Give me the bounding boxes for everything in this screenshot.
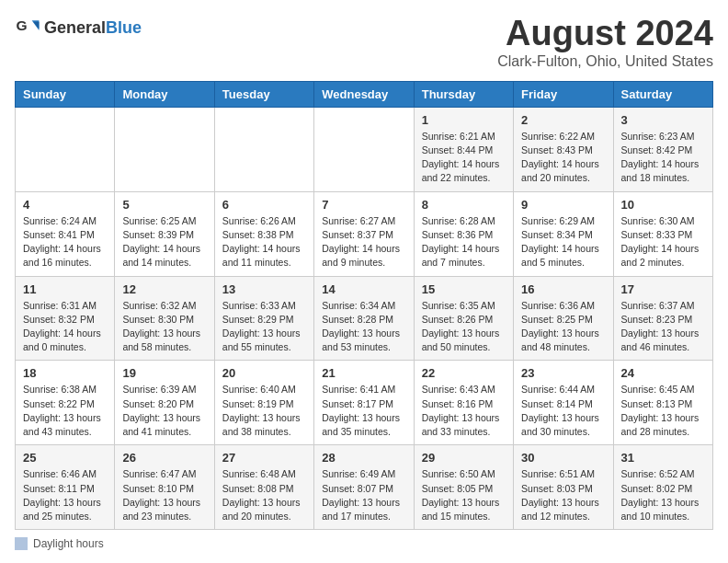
week-row-3: 11Sunrise: 6:31 AM Sunset: 8:32 PM Dayli…: [16, 276, 713, 361]
day-number: 28: [322, 451, 405, 465]
weekday-header-row: SundayMondayTuesdayWednesdayThursdayFrid…: [16, 81, 713, 107]
day-info: Sunrise: 6:30 AM Sunset: 8:33 PM Dayligh…: [621, 214, 705, 270]
day-info: Sunrise: 6:26 AM Sunset: 8:38 PM Dayligh…: [222, 214, 306, 270]
day-info: Sunrise: 6:25 AM Sunset: 8:39 PM Dayligh…: [122, 214, 206, 270]
title-area: August 2024 Clark-Fulton, Ohio, United S…: [497, 15, 713, 70]
day-info: Sunrise: 6:51 AM Sunset: 8:03 PM Dayligh…: [521, 467, 605, 523]
weekday-header-thursday: Thursday: [414, 81, 513, 107]
calendar-cell: 16Sunrise: 6:36 AM Sunset: 8:25 PM Dayli…: [514, 276, 613, 361]
weekday-header-saturday: Saturday: [613, 81, 712, 107]
day-info: Sunrise: 6:40 AM Sunset: 8:19 PM Dayligh…: [222, 383, 306, 439]
calendar-cell: 6Sunrise: 6:26 AM Sunset: 8:38 PM Daylig…: [214, 191, 313, 276]
day-info: Sunrise: 6:32 AM Sunset: 8:30 PM Dayligh…: [122, 299, 206, 355]
calendar-table: SundayMondayTuesdayWednesdayThursdayFrid…: [15, 81, 713, 530]
day-info: Sunrise: 6:45 AM Sunset: 8:13 PM Dayligh…: [621, 383, 705, 439]
calendar-cell: 10Sunrise: 6:30 AM Sunset: 8:33 PM Dayli…: [613, 191, 712, 276]
day-info: Sunrise: 6:39 AM Sunset: 8:20 PM Dayligh…: [122, 383, 206, 439]
calendar-cell: 23Sunrise: 6:44 AM Sunset: 8:14 PM Dayli…: [514, 361, 613, 445]
calendar-cell: 30Sunrise: 6:51 AM Sunset: 8:03 PM Dayli…: [514, 445, 613, 530]
calendar-cell: 11Sunrise: 6:31 AM Sunset: 8:32 PM Dayli…: [16, 276, 115, 361]
calendar-cell: 18Sunrise: 6:38 AM Sunset: 8:22 PM Dayli…: [16, 361, 115, 445]
calendar-cell: 17Sunrise: 6:37 AM Sunset: 8:23 PM Dayli…: [613, 276, 712, 361]
day-info: Sunrise: 6:34 AM Sunset: 8:28 PM Dayligh…: [322, 299, 405, 355]
day-info: Sunrise: 6:35 AM Sunset: 8:26 PM Dayligh…: [422, 299, 506, 355]
weekday-header-sunday: Sunday: [16, 81, 115, 107]
footer: Daylight hours: [15, 537, 713, 550]
day-number: 19: [122, 366, 206, 380]
day-number: 21: [322, 366, 405, 380]
day-number: 24: [621, 366, 705, 380]
day-number: 2: [521, 113, 605, 127]
day-number: 13: [222, 282, 306, 296]
weekday-header-wednesday: Wednesday: [314, 81, 414, 107]
day-number: 5: [122, 198, 206, 212]
svg-text:G: G: [17, 17, 28, 33]
calendar-cell: 21Sunrise: 6:41 AM Sunset: 8:17 PM Dayli…: [314, 361, 414, 445]
calendar-cell: 31Sunrise: 6:52 AM Sunset: 8:02 PM Dayli…: [613, 445, 712, 530]
calendar-cell: 24Sunrise: 6:45 AM Sunset: 8:13 PM Dayli…: [613, 361, 712, 445]
header: G GeneralBlue August 2024 Clark-Fulton, …: [15, 15, 713, 70]
day-number: 4: [23, 198, 107, 212]
calendar-cell: 7Sunrise: 6:27 AM Sunset: 8:37 PM Daylig…: [314, 191, 414, 276]
week-row-1: 1Sunrise: 6:21 AM Sunset: 8:44 PM Daylig…: [16, 107, 713, 191]
day-info: Sunrise: 6:43 AM Sunset: 8:16 PM Dayligh…: [422, 383, 506, 439]
day-info: Sunrise: 6:46 AM Sunset: 8:11 PM Dayligh…: [23, 467, 107, 523]
day-info: Sunrise: 6:28 AM Sunset: 8:36 PM Dayligh…: [422, 214, 506, 270]
day-number: 12: [122, 282, 206, 296]
calendar-cell: 22Sunrise: 6:43 AM Sunset: 8:16 PM Dayli…: [414, 361, 513, 445]
calendar-cell: 27Sunrise: 6:48 AM Sunset: 8:08 PM Dayli…: [214, 445, 313, 530]
logo-general-text: General: [44, 18, 106, 37]
day-info: Sunrise: 6:52 AM Sunset: 8:02 PM Dayligh…: [621, 467, 705, 523]
day-number: 26: [122, 451, 206, 465]
day-info: Sunrise: 6:22 AM Sunset: 8:43 PM Dayligh…: [521, 130, 605, 186]
calendar-cell: [115, 107, 214, 191]
calendar-cell: 4Sunrise: 6:24 AM Sunset: 8:41 PM Daylig…: [16, 191, 115, 276]
day-info: Sunrise: 6:37 AM Sunset: 8:23 PM Dayligh…: [621, 299, 705, 355]
calendar-cell: 13Sunrise: 6:33 AM Sunset: 8:29 PM Dayli…: [214, 276, 313, 361]
day-info: Sunrise: 6:50 AM Sunset: 8:05 PM Dayligh…: [422, 467, 506, 523]
logo-icon: G: [15, 15, 40, 40]
calendar-cell: 5Sunrise: 6:25 AM Sunset: 8:39 PM Daylig…: [115, 191, 214, 276]
day-info: Sunrise: 6:48 AM Sunset: 8:08 PM Dayligh…: [222, 467, 306, 523]
day-info: Sunrise: 6:41 AM Sunset: 8:17 PM Dayligh…: [322, 383, 405, 439]
day-number: 6: [222, 198, 306, 212]
calendar-cell: 2Sunrise: 6:22 AM Sunset: 8:43 PM Daylig…: [514, 107, 613, 191]
day-info: Sunrise: 6:33 AM Sunset: 8:29 PM Dayligh…: [222, 299, 306, 355]
day-number: 15: [422, 282, 506, 296]
weekday-header-tuesday: Tuesday: [214, 81, 313, 107]
calendar-cell: [214, 107, 313, 191]
weekday-header-friday: Friday: [514, 81, 613, 107]
day-info: Sunrise: 6:47 AM Sunset: 8:10 PM Dayligh…: [122, 467, 206, 523]
day-number: 20: [222, 366, 306, 380]
daylight-label: Daylight hours: [33, 537, 104, 550]
calendar-cell: 19Sunrise: 6:39 AM Sunset: 8:20 PM Dayli…: [115, 361, 214, 445]
day-number: 31: [621, 451, 705, 465]
weekday-header-monday: Monday: [115, 81, 214, 107]
calendar-cell: 25Sunrise: 6:46 AM Sunset: 8:11 PM Dayli…: [16, 445, 115, 530]
day-number: 25: [23, 451, 107, 465]
day-number: 29: [422, 451, 506, 465]
day-info: Sunrise: 6:38 AM Sunset: 8:22 PM Dayligh…: [23, 383, 107, 439]
logo: G GeneralBlue: [15, 15, 142, 40]
calendar-cell: 29Sunrise: 6:50 AM Sunset: 8:05 PM Dayli…: [414, 445, 513, 530]
day-info: Sunrise: 6:27 AM Sunset: 8:37 PM Dayligh…: [322, 214, 405, 270]
day-number: 14: [322, 282, 405, 296]
calendar-cell: 12Sunrise: 6:32 AM Sunset: 8:30 PM Dayli…: [115, 276, 214, 361]
day-info: Sunrise: 6:44 AM Sunset: 8:14 PM Dayligh…: [521, 383, 605, 439]
day-number: 7: [322, 198, 405, 212]
logo-blue-text: Blue: [106, 18, 142, 37]
day-number: 17: [621, 282, 705, 296]
day-info: Sunrise: 6:29 AM Sunset: 8:34 PM Dayligh…: [521, 214, 605, 270]
calendar-cell: 26Sunrise: 6:47 AM Sunset: 8:10 PM Dayli…: [115, 445, 214, 530]
day-number: 27: [222, 451, 306, 465]
calendar-cell: 8Sunrise: 6:28 AM Sunset: 8:36 PM Daylig…: [414, 191, 513, 276]
week-row-4: 18Sunrise: 6:38 AM Sunset: 8:22 PM Dayli…: [16, 361, 713, 445]
week-row-5: 25Sunrise: 6:46 AM Sunset: 8:11 PM Dayli…: [16, 445, 713, 530]
calendar-cell: 9Sunrise: 6:29 AM Sunset: 8:34 PM Daylig…: [514, 191, 613, 276]
day-number: 23: [521, 366, 605, 380]
day-info: Sunrise: 6:24 AM Sunset: 8:41 PM Dayligh…: [23, 214, 107, 270]
week-row-2: 4Sunrise: 6:24 AM Sunset: 8:41 PM Daylig…: [16, 191, 713, 276]
day-info: Sunrise: 6:31 AM Sunset: 8:32 PM Dayligh…: [23, 299, 107, 355]
day-number: 11: [23, 282, 107, 296]
day-number: 18: [23, 366, 107, 380]
